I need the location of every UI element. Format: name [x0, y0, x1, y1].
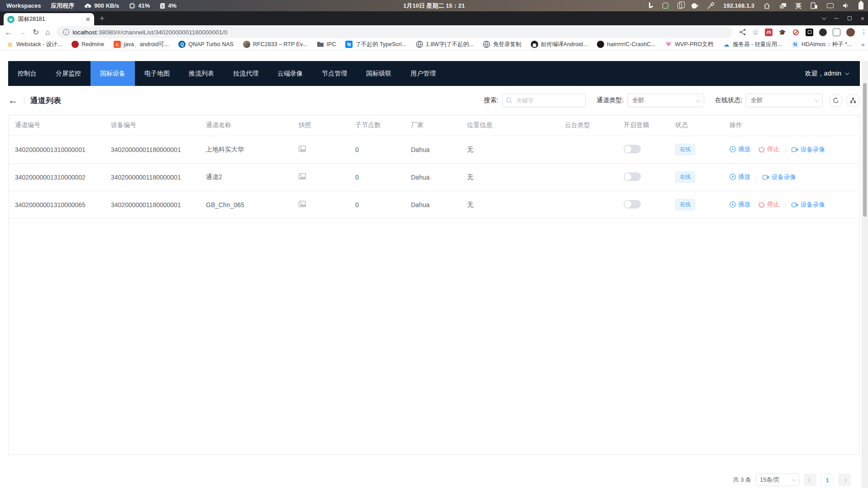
coffee-tray-icon[interactable] — [691, 3, 698, 9]
cell-children: 0 — [349, 163, 405, 191]
cell-audio — [617, 191, 669, 218]
bing-tray-icon[interactable] — [648, 2, 653, 9]
ext-dark-icon[interactable] — [819, 28, 827, 36]
home-icon[interactable]: ⌂ — [45, 28, 50, 36]
reload-icon[interactable]: ↻ — [33, 28, 39, 36]
bookmark-hdatmos[interactable]: NHDAtmos :: 种子 *... — [792, 41, 852, 48]
refresh-button[interactable] — [829, 94, 843, 107]
device-record-button[interactable]: 设备录像 — [792, 146, 825, 154]
image-placeholder-icon[interactable] — [299, 173, 306, 180]
nav-item-map[interactable]: 电子地图 — [135, 61, 179, 86]
ext-screenshot-icon[interactable] — [806, 28, 813, 36]
address-bar[interactable]: i localhost:38080/#/channelList/34020000… — [57, 26, 733, 38]
back-icon[interactable]: ← — [5, 28, 12, 36]
globe-icon — [416, 41, 423, 48]
display-tray-icon[interactable] — [827, 3, 834, 8]
picker-tray-icon[interactable] — [707, 2, 714, 9]
applications-button[interactable]: 应用程序 — [51, 2, 74, 10]
audio-toggle[interactable] — [624, 172, 641, 181]
nav-item-cloud-record[interactable]: 云端录像 — [268, 61, 312, 86]
play-button[interactable]: 播放 — [730, 200, 750, 208]
bookmark-star-icon[interactable]: ☆ — [752, 28, 759, 36]
bookmark-wvp-docs[interactable]: ΨWVP-PRO文档 — [665, 41, 713, 48]
bookmark-cloud-server[interactable]: ☁服务器 - 轻量应用... — [723, 41, 782, 48]
stop-button[interactable]: 停止 — [758, 145, 779, 153]
browser-tab[interactable]: 国标28181 ✕ — [4, 13, 94, 25]
web-content: 控制台 分屏监控 国标设备 电子地图 推流列表 拉流代理 云端录像 节点管理 国… — [0, 61, 868, 488]
bookmark-qnap[interactable]: QQNAP Turbo NAS — [178, 41, 234, 48]
bookmark-redmine[interactable]: Redmine — [72, 41, 104, 48]
nav-item-console[interactable]: 控制台 — [8, 61, 46, 86]
play-button[interactable]: 播放 — [730, 145, 750, 153]
back-button[interactable]: ← — [8, 95, 18, 105]
bookmark-webstack[interactable]: ≋Webstack - 设计... — [6, 41, 62, 48]
bookmark-android-build[interactable]: 如何编译Android... — [531, 41, 588, 48]
nav-item-gb-devices[interactable]: 国标设备 — [91, 61, 135, 86]
site-info-icon[interactable]: i — [63, 29, 69, 35]
bookmark-github[interactable]: hairrrrr/C-CrashC... — [597, 41, 655, 48]
device-record-button[interactable]: 设备录像 — [763, 173, 796, 181]
tab-title: 国标28181 — [18, 15, 81, 23]
ip-address[interactable]: 192.168.1.3 — [723, 2, 754, 9]
nav-item-split-monitor[interactable]: 分屏监控 — [46, 61, 91, 86]
home-tray-icon[interactable] — [763, 3, 770, 9]
clipboard-tray-icon[interactable] — [677, 3, 682, 9]
window-minimize-icon[interactable] — [834, 18, 839, 19]
share-icon[interactable] — [739, 28, 746, 36]
bookmark-rfc2833[interactable]: RFC2833 – RTP Ev... — [243, 41, 307, 48]
audio-toggle[interactable] — [624, 145, 641, 153]
app-tray-icon[interactable] — [663, 3, 668, 9]
nav-item-push-list[interactable]: 推流列表 — [179, 61, 224, 86]
image-placeholder-icon[interactable] — [299, 146, 306, 152]
bookmark-zhihu[interactable]: 知了不起的 TypeScri... — [345, 41, 406, 48]
audio-toggle[interactable] — [624, 200, 641, 208]
ime-indicator[interactable]: 英 — [796, 2, 801, 10]
prev-page-button[interactable] — [804, 474, 816, 486]
workspaces-button[interactable]: Workspaces — [6, 2, 41, 9]
phone-link-tray-icon[interactable] — [811, 2, 818, 9]
bookmarks-overflow-icon[interactable]: » — [861, 41, 864, 48]
nav-item-user-manage[interactable]: 用户管理 — [401, 61, 445, 86]
stop-button[interactable]: 停止 — [758, 200, 779, 208]
play-button[interactable]: 播放 — [730, 173, 750, 181]
device-record-button[interactable]: 设备录像 — [792, 201, 825, 209]
window-close-icon[interactable]: × — [861, 15, 864, 22]
vertical-scrollbar[interactable] — [862, 61, 868, 488]
nav-item-pull-proxy[interactable]: 拉流代理 — [224, 61, 268, 86]
search-input[interactable] — [502, 94, 586, 107]
battery-icon[interactable] — [858, 2, 863, 9]
browser-menu-icon[interactable]: ⋮ — [861, 31, 863, 33]
ext-js-icon[interactable]: JS — [765, 28, 773, 36]
bookmark-copy-tool[interactable]: 免登录复制 — [483, 41, 521, 48]
memory-indicator: 4% — [160, 2, 176, 9]
image-placeholder-icon[interactable] — [299, 201, 306, 207]
new-tab-button[interactable]: + — [100, 14, 105, 24]
tab-close-icon[interactable]: ✕ — [85, 16, 91, 23]
next-page-button[interactable] — [838, 474, 851, 486]
tree-view-button[interactable] — [846, 94, 860, 107]
bookmark-folder-ipc[interactable]: IPC — [317, 41, 336, 48]
ext-adblock-icon[interactable] — [792, 28, 800, 36]
tab-search-chevron-icon[interactable] — [822, 15, 826, 20]
windows-tray-icon[interactable] — [779, 3, 787, 9]
page-size-select[interactable]: 15条/页 — [756, 474, 799, 486]
current-page[interactable]: 1 — [821, 474, 834, 486]
online-status-select[interactable]: 全部 — [746, 94, 823, 107]
chevron-down-icon — [792, 477, 796, 482]
nav-item-gb-cascade[interactable]: 国标级联 — [357, 61, 401, 86]
forward-icon[interactable]: → — [19, 28, 26, 36]
ext-outline-icon[interactable] — [833, 28, 840, 36]
volume-tray-icon[interactable] — [843, 3, 849, 9]
ext-hat-icon[interactable]: 🎓 — [778, 28, 786, 36]
bookmark-article[interactable]: 1.8W字|了不起的... — [416, 41, 473, 48]
scrollbar-thumb[interactable] — [863, 83, 867, 217]
bookmark-csdn[interactable]: Cjava、android可... — [114, 41, 169, 48]
wvp-icon: Ψ — [665, 41, 672, 48]
col-status: 状态 — [669, 115, 723, 136]
window-maximize-icon[interactable] — [848, 16, 852, 20]
user-menu[interactable]: 欢迎，admin — [805, 70, 860, 78]
nav-item-node-manage[interactable]: 节点管理 — [312, 61, 357, 86]
profile-avatar[interactable] — [846, 28, 855, 37]
channel-type-select[interactable]: 全部 — [627, 94, 704, 107]
globe-icon — [243, 41, 250, 48]
